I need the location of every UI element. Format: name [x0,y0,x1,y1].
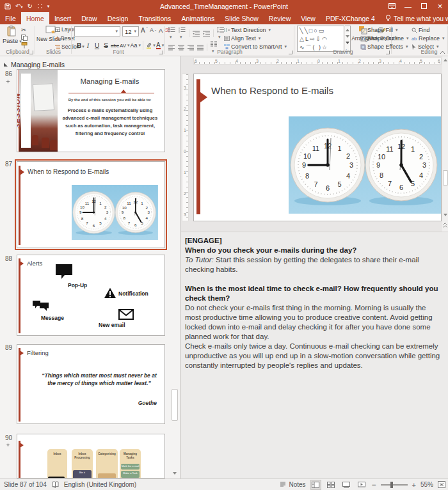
align-text-button[interactable]: Align Text [224,35,260,42]
notes-body-1: Do not check your e-mails first thing in… [185,303,442,342]
box-mark-email: Mark the e-mail [121,464,140,470]
numbering-icon[interactable] [179,27,186,40]
font-dialog-launcher[interactable] [159,51,163,54]
maximize-button[interactable] [416,0,432,12]
scroll-down-icon[interactable] [442,211,448,218]
quick-access-toolbar: ↶▾ ↻ ▾ [0,3,49,10]
clocks-image[interactable]: 121234567891011 121234567891011 [289,116,441,214]
undo-icon[interactable]: ↶▾ [15,3,22,10]
thumbnail-slide-90[interactable]: Inbox Inbox Processing Categorising Mana… [17,434,165,478]
font-size-combo[interactable]: 12 [122,26,139,36]
format-painter-icon[interactable] [21,42,28,49]
cut-icon[interactable]: ✂ [21,26,26,33]
envelope-icon [118,309,134,320]
tab-pdf-xchange[interactable]: PDF-XChange 4 [321,12,380,24]
notes-tutor-text: Start this session by getting the delega… [185,256,419,273]
shapes-gallery-scroll[interactable] [345,26,351,52]
paste-button[interactable]: Paste [3,26,22,44]
paste-label: Paste [3,37,22,44]
text-direction-button[interactable]: Text Direction [224,27,271,33]
thumb-86-number: 86 [5,70,12,77]
fit-to-window-icon[interactable] [438,481,445,488]
clipboard-dialog-launcher[interactable] [29,51,33,54]
thumbnail-slide-88[interactable]: Alerts Pop-Up Notification Message New e… [17,255,165,336]
slide-accent-arrow [200,92,207,102]
copy-icon[interactable] [21,35,28,41]
collapse-ribbon-icon[interactable] [440,51,445,54]
zoom-slider-thumb[interactable] [390,482,393,488]
slide-canvas[interactable]: When to Respond to E-mails 1212345678910… [193,74,442,221]
zoom-slider[interactable] [381,484,408,486]
tell-me-box[interactable]: Tell me what you want to do [380,12,448,24]
minimize-button[interactable]: — [400,0,416,12]
tab-file[interactable]: File [0,12,21,24]
paragraph-dialog-launcher[interactable] [289,51,292,54]
slide-sorter-view-icon[interactable] [326,480,337,490]
replace-button[interactable]: abReplace [412,35,445,42]
thumbnail-scroll-down-icon[interactable] [171,470,179,477]
tab-animations[interactable]: Animations [176,12,220,24]
slide-number-indicator[interactable]: Slide 87 of 104 [4,481,47,488]
find-button[interactable]: Find [412,27,430,33]
bullets-icon[interactable] [168,27,175,40]
qat-customize-icon[interactable]: ▾ [47,4,50,9]
thumb-86-animation-icon[interactable] [6,79,10,84]
notes-toggle-button[interactable]: Notes [280,481,305,488]
scroll-up-icon[interactable] [442,56,448,63]
tell-me-label: Tell me what you want to do [394,15,448,22]
thumb-90-animation-icon[interactable] [6,443,10,447]
svg-text:ab: ab [412,36,417,41]
tab-review[interactable]: Review [264,12,296,24]
tab-view[interactable]: View [296,12,321,24]
slide-thumbnail-panel: Managing E-mails 86 SESSION Managing E-m… [0,56,180,478]
slideshow-view-icon[interactable] [356,480,367,490]
popup-label: Pop-Up [68,282,87,288]
group-clipboard: Paste ✂ Clipboard [0,24,35,56]
font-name-combo[interactable] [74,26,120,36]
shape-fill-button[interactable]: Shape Fill [360,27,398,33]
increase-indent-icon[interactable] [203,31,210,36]
normal-view-icon[interactable] [310,480,321,490]
tab-draw[interactable]: Draw [76,12,102,24]
previous-slide-icon[interactable] [442,221,448,228]
tab-insert[interactable]: Insert [49,12,76,24]
section-collapse-icon [4,63,8,67]
thumb-86-title: Managing E-mails [58,77,162,85]
reading-view-icon[interactable] [341,480,352,490]
decrease-indent-icon[interactable] [193,31,200,36]
section-header[interactable]: Managing E-mails [4,61,65,68]
language-indicator[interactable]: English (United Kingdom) [64,481,136,488]
slide-title[interactable]: When to Respond to E-mails [211,85,333,96]
thumbnail-slide-86[interactable]: SESSION Managing E-mails By the end of t… [17,69,165,152]
tab-home[interactable]: Home [21,12,49,24]
increase-font-icon[interactable]: Aˆ [141,27,148,34]
save-icon[interactable] [4,3,11,10]
zoom-in-icon[interactable]: + [412,481,416,489]
main-scrollbar-thumb[interactable] [443,170,448,186]
notes-pane[interactable]: [ENGAGE] When do you check your e-mails … [181,232,448,478]
shapes-gallery[interactable]: ╲╲□○▭ △L⇨⇩◠ ∿⌒( )☆ [297,26,344,52]
ribbon-display-options-icon[interactable] [384,0,400,12]
tab-transitions[interactable]: Transitions [133,12,176,24]
zoom-level[interactable]: 55% [420,481,433,488]
thumbnail-scrollbar-thumb[interactable] [172,389,178,421]
line-spacing-icon[interactable] [217,27,224,40]
spellcheck-icon[interactable] [52,481,59,488]
thumbnail-slide-89[interactable]: Filtering “Things which matter most must… [17,344,165,424]
thumbnail-slide-87-selected[interactable]: When to Respond to E-mails 1212345678910… [17,161,165,248]
start-slideshow-icon[interactable] [37,3,43,9]
tab-slide-show[interactable]: Slide Show [220,12,264,24]
tab-design[interactable]: Design [102,12,134,24]
zoom-out-icon[interactable]: − [372,480,376,489]
thumb-86-subtitle: By the end of this session you will be a… [58,98,162,102]
close-button[interactable]: × [432,0,448,12]
section-title: Managing E-mails [11,61,65,68]
notes-engage: [ENGAGE] [185,236,442,246]
shape-outline-button[interactable]: Shape Outline [360,35,409,42]
shape-effects-button[interactable]: Shape Effects [360,43,408,50]
decrease-font-icon[interactable]: Aˇ [150,27,156,33]
font-size-value: 12 [125,28,132,35]
replace-label: Replace [419,35,440,42]
redo-icon[interactable]: ↻ [27,3,32,10]
ribbon: Paste ✂ Clipboard New Slide Layout ⟲Rese… [0,24,448,56]
